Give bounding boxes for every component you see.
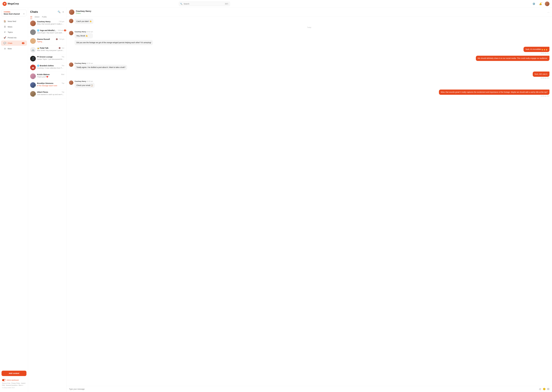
chat-list-item[interactable]: 🎵 👁 Groove Lounge Thu Jordan Taylor: I j… <box>28 54 66 63</box>
chat-name: Kristin Watson <box>37 73 50 76</box>
read-check-icon: ✓✓ <box>547 52 549 54</box>
chat-list-item[interactable]: 🚲 🔒 Pedal Talk 🔇 Sun Max Smith: Hey ever… <box>28 45 66 54</box>
logo-icon: M <box>3 2 7 6</box>
notifications-button[interactable]: 🔔 <box>538 1 543 6</box>
msg-bubble: Totally agree. I've drafted a post about… <box>75 65 127 70</box>
chat-preview: Jordan Taylor: I just discovered this am… <box>37 58 64 60</box>
chat-content: Brooklyn Simmons Tue ♦ The message wasn'… <box>37 82 64 88</box>
chat-content: 👁 Groove Lounge Thu Jordan Taylor: I jus… <box>37 56 64 62</box>
chat-preview: Jane Kuper: Hey team! I just wanted to s… <box>37 32 64 34</box>
header-actions: ⚙️ 🔔 <box>531 1 549 6</box>
chat-meta: Brooklyn Simmons Tue <box>37 82 64 84</box>
msg-avatar <box>69 63 73 67</box>
chat-time: Tue <box>62 91 64 93</box>
chat-time: Tue <box>62 82 64 84</box>
chat-list-item[interactable]: 🌐 Yoga and Mindfulness Di... 5:03 am 2 J… <box>28 28 66 37</box>
msg-bubble: Yeah, it's incredible!🔥🔥🔥 <box>524 47 549 52</box>
sidebar-item-label: Topics <box>8 31 13 33</box>
chat-meta: Albert Flores Tue <box>37 91 64 93</box>
contact-info: Courtney Henry Online <box>76 10 546 14</box>
sidebar-item-pinned-mix[interactable]: 🚀 Pinned mix <box>1 35 27 40</box>
chat-time: 7:32 pm <box>59 38 64 40</box>
message-row: Courtney Henry 10:30 am Totally agree. I… <box>69 63 549 70</box>
chat-options-button[interactable]: ··· <box>547 11 549 14</box>
nav-items: 🏠 News feed ☰ Mixes # Topics 🚀 Pinned mi… <box>0 18 28 369</box>
msg-time: 10:32 am ✓✓ <box>541 77 549 79</box>
copyright: © tchop GmbH 2017 <box>2 387 26 388</box>
chat-window-header: Courtney Henry Online ··· <box>66 8 552 17</box>
chat-list-item[interactable]: Albert Flores Tue Just wanted to catch u… <box>28 90 66 98</box>
mute-icon: 🔇 <box>56 38 58 40</box>
msg-bubble-wrap: Did you see the footage we got of the or… <box>75 40 153 45</box>
chat-preview: Max Smith: Hey everyone! I just tried ou… <box>37 49 64 51</box>
sidebar-item-topics[interactable]: # Topics <box>1 30 27 35</box>
sidebar-item-label: Chats <box>8 42 12 44</box>
chat-list-item[interactable]: ⛰ 🌐 Branded clothes Thu Courtney: A new … <box>28 63 66 72</box>
channel-selector[interactable]: Channel News feed channel ▾ <box>1 10 27 16</box>
user-avatar <box>545 1 549 6</box>
unread-badge: 2 <box>64 29 66 31</box>
chat-avatar <box>30 21 36 26</box>
chat-meta: 🌐 Yoga and Mindfulness Di... 5:03 am 2 <box>37 29 64 31</box>
add-content-button[interactable]: Add content <box>1 371 27 376</box>
chat-list-item[interactable]: Brooklyn Simmons Tue ♦ The message wasn'… <box>28 81 66 90</box>
msg-bubble-wrap: Courtney Henry 10:02 am Hey, Brook 🤙 <box>75 31 93 38</box>
chat-new-button[interactable]: ＋ <box>62 10 64 14</box>
chat-time: Sun <box>62 47 64 49</box>
chat-avatar-icon: 🎵 <box>30 56 36 62</box>
chat-avatar <box>30 73 36 79</box>
message-row: Courtney Henry 10:30 am Check your email… <box>69 80 549 88</box>
chat-meta: Kristin Watson Wed <box>37 73 64 76</box>
chat-content: Dianne Russell 🔇 7:32 pm Typing... <box>37 38 64 44</box>
admin-dashboard-link[interactable]: Admin dashboard <box>2 379 26 381</box>
tab-all[interactable]: All <box>30 15 32 19</box>
settings-button[interactable]: ⚙️ <box>531 1 536 6</box>
emoji-button[interactable]: 🙂 <box>543 388 546 391</box>
sidebar-item-news-feed[interactable]: 🏠 News feed <box>1 19 27 24</box>
notification-dot <box>541 2 542 3</box>
message-row: Yeah, it's incredible!🔥🔥🔥 10:02 am ✓✓ <box>69 47 549 54</box>
input-actions: @ 🙂 🖼 <box>539 388 549 391</box>
chat-meta: 👁 Groove Lounge Thu <box>37 56 64 58</box>
msg-bubble-wrap: Sure, let's see it. 10:32 am ✓✓ <box>533 71 549 79</box>
online-dot <box>34 95 36 97</box>
message-input[interactable] <box>69 388 538 390</box>
chat-time: Thu <box>62 56 64 58</box>
contact-avatar <box>69 9 74 15</box>
chat-time: 5:03 am <box>58 29 63 31</box>
date-divider: Today <box>69 27 549 28</box>
msg-bubble: Sure, let's see it. <box>533 71 549 77</box>
chat-preview: Typing... <box>37 41 64 42</box>
chat-input-area: @ 🙂 🖼 <box>66 386 552 392</box>
chat-list-item[interactable]: Courtney Henry 7:32 pm Wow, that sounds … <box>28 19 66 28</box>
message-row: We should definitely share it on our soc… <box>69 56 549 61</box>
sidebar-item-label: Pinned mix <box>8 37 16 39</box>
chat-list-item[interactable]: Kristin Watson Wed Thank you!!!❤️ <box>28 72 66 81</box>
message-row: Sure, let's see it. 10:32 am ✓✓ <box>69 71 549 79</box>
chat-search-button[interactable]: 🔍 <box>58 10 60 14</box>
tab-direct[interactable]: Direct <box>35 15 40 19</box>
attachment-button[interactable]: 🖼 <box>547 388 549 391</box>
msg-bubble: Did you see the footage we got of the or… <box>75 40 153 45</box>
chat-content: 🌐 Branded clothes Thu Courtney: A new co… <box>37 65 64 70</box>
sidebar-item-chats[interactable]: 💬 Chats 2 <box>1 41 27 46</box>
msg-bubble: Check your email 📋 <box>75 83 95 88</box>
search-input[interactable] <box>179 2 230 6</box>
chat-content: 🌐 Yoga and Mindfulness Di... 5:03 am 2 J… <box>37 29 64 35</box>
mention-button[interactable]: @ <box>539 388 541 391</box>
chat-content: 🔒 Pedal Talk 🔇 Sun Max Smith: Hey everyo… <box>37 47 64 53</box>
user-avatar-button[interactable] <box>545 1 549 6</box>
chat-list-item[interactable]: Dianne Russell 🔇 7:32 pm Typing... <box>28 37 66 45</box>
sidebar-item-more[interactable]: ⊙ More <box>1 46 27 51</box>
chat-time: 7:32 pm <box>59 21 64 22</box>
chat-items: Courtney Henry 7:32 pm Wow, that sounds … <box>28 19 66 392</box>
sidebar-item-mixes[interactable]: ☰ Mixes <box>1 24 27 29</box>
chat-name: Dianne Russell <box>37 38 50 40</box>
message-row: Catch you later! 👋 <box>69 19 549 24</box>
channel-chevron-icon: ▾ <box>23 13 24 15</box>
nav-badge: 2 <box>22 42 24 44</box>
tab-public[interactable]: Public <box>42 15 47 19</box>
news-feed-icon: 🏠 <box>4 20 6 22</box>
footer-links: Terms of Use Privacy Policy Imprint FAQ … <box>2 382 26 386</box>
contact-name: Courtney Henry <box>76 10 546 12</box>
